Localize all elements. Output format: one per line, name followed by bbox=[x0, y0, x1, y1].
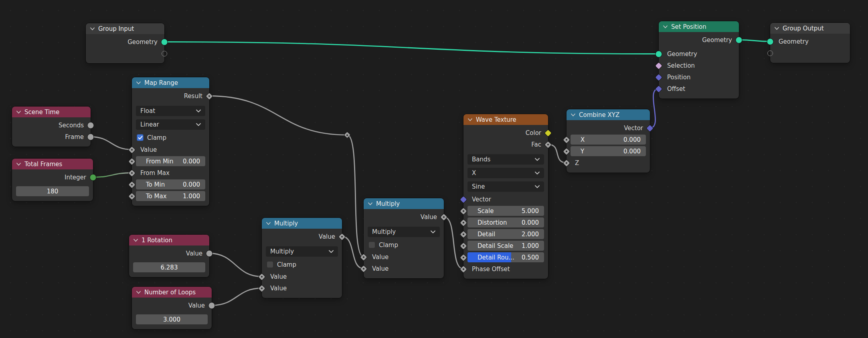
detail_scale-number-field[interactable]: Detail Scale1.000 bbox=[467, 241, 544, 251]
virtual-socket[interactable] bbox=[162, 51, 167, 56]
node-map_range[interactable]: Map RangeResultFloatLinearClampValueFrom… bbox=[132, 77, 209, 206]
selection-input-row: Selection bbox=[659, 60, 739, 71]
value2-input-row: Value bbox=[364, 263, 444, 274]
socket-multiply_a-value-output[interactable] bbox=[339, 233, 345, 239]
socket-multiply_a-value1-input[interactable] bbox=[259, 273, 265, 280]
from_min-field-row: From Min0.000 bbox=[132, 155, 209, 167]
node-rotation[interactable]: 1 RotationValue6.283 bbox=[129, 235, 209, 277]
socket-wave_texture-fac-output[interactable] bbox=[545, 141, 551, 147]
detail-number-field[interactable]: Detail2.000 bbox=[467, 229, 544, 239]
detail_roughness-number-field[interactable]: Detail Rou...0.500 bbox=[467, 252, 544, 262]
socket-map_range-from_max-input[interactable] bbox=[129, 169, 135, 176]
scale-number-field[interactable]: Scale5.000 bbox=[467, 206, 544, 216]
node-header[interactable]: Map Range bbox=[132, 77, 209, 88]
node-header[interactable]: Group Input bbox=[86, 23, 164, 34]
node-scene_time[interactable]: Scene TimeSecondsFrame bbox=[12, 107, 91, 147]
node-header[interactable]: Scene Time bbox=[12, 107, 91, 117]
node-multiply_b[interactable]: MultiplyValueMultiplyClampValueValue bbox=[364, 198, 444, 278]
socket-wave_texture-scale-input[interactable] bbox=[460, 207, 467, 214]
node-body: Geometry bbox=[86, 34, 164, 63]
node-combine_xyz[interactable]: Combine XYZVectorX0.000Y0.000Z bbox=[567, 109, 650, 173]
socket-loops-value-output[interactable] bbox=[209, 302, 215, 308]
socket-rotation-value-output[interactable] bbox=[206, 250, 212, 256]
wave_profile-dropdown[interactable]: Sine bbox=[467, 181, 544, 192]
node-editor-canvas[interactable]: Group InputGeometryScene TimeSecondsFram… bbox=[0, 0, 868, 338]
socket-set_position-offset-input[interactable] bbox=[656, 85, 662, 92]
operation-dropdown[interactable]: Multiply bbox=[266, 246, 338, 257]
value1-input-row: Value bbox=[262, 271, 342, 282]
to_min-number-field[interactable]: To Min0.000 bbox=[136, 179, 205, 189]
node-header[interactable]: 1 Rotation bbox=[129, 235, 209, 245]
socket-wave_texture-detail-input[interactable] bbox=[460, 231, 467, 237]
socket-wave_texture-phase_offset-input[interactable] bbox=[460, 266, 467, 272]
y-number-field[interactable]: Y0.000 bbox=[571, 146, 646, 156]
node-header[interactable]: Group Output bbox=[770, 23, 850, 34]
node-header[interactable]: Set Position bbox=[659, 21, 739, 32]
num-number-field[interactable]: 3.000 bbox=[136, 314, 208, 324]
clamp-checkbox[interactable] bbox=[137, 134, 144, 141]
operation-dropdown[interactable]: Multiply bbox=[368, 227, 440, 237]
color-output-row: Color bbox=[463, 127, 548, 139]
socket-set_position-position-input[interactable] bbox=[656, 74, 662, 80]
socket-label: Value bbox=[270, 273, 287, 280]
socket-map_range-to_max-input[interactable] bbox=[129, 193, 135, 199]
x-number-field[interactable]: X0.000 bbox=[571, 135, 646, 145]
data_type-dropdown[interactable]: Float bbox=[136, 106, 205, 116]
socket-multiply_b-value-output[interactable] bbox=[441, 213, 447, 220]
field-value: 0.000 bbox=[623, 136, 641, 143]
socket-wave_texture-vector-input[interactable] bbox=[460, 196, 467, 202]
socket-combine_xyz-x-input[interactable] bbox=[563, 136, 570, 143]
node-header[interactable]: Total Frames bbox=[12, 159, 93, 169]
node-header[interactable]: Combine XYZ bbox=[567, 109, 650, 120]
socket-map_range-value-input[interactable] bbox=[129, 146, 135, 153]
node-header[interactable]: Multiply bbox=[262, 218, 342, 229]
socket-wave_texture-color-output[interactable] bbox=[545, 129, 551, 136]
to_min-field-row: To Min0.000 bbox=[132, 179, 209, 190]
socket-combine_xyz-y-input[interactable] bbox=[563, 148, 570, 154]
node-total_frames[interactable]: Total FramesInteger180 bbox=[12, 159, 93, 201]
num-number-field[interactable]: 6.283 bbox=[133, 262, 205, 272]
value-number-field[interactable]: 180 bbox=[16, 186, 89, 196]
socket-group_output-geometry-input[interactable] bbox=[767, 38, 773, 44]
socket-set_position-geometry_in-input[interactable] bbox=[656, 51, 662, 57]
bands_direction-dropdown[interactable]: X bbox=[467, 168, 544, 178]
socket-map_range-from_min-input[interactable] bbox=[129, 158, 135, 164]
socket-map_range-result-output[interactable] bbox=[206, 93, 212, 99]
node-header[interactable]: Multiply bbox=[364, 198, 444, 209]
socket-wave_texture-distortion-input[interactable] bbox=[460, 219, 467, 225]
wave_type-dropdown[interactable]: Bands bbox=[467, 154, 544, 165]
socket-multiply_b-value2-input[interactable] bbox=[360, 265, 367, 272]
socket-combine_xyz-z-input[interactable] bbox=[563, 159, 570, 166]
socket-total_frames-integer-output[interactable] bbox=[90, 174, 96, 180]
socket-set_position-geometry_out-output[interactable] bbox=[736, 37, 742, 43]
node-title: Total Frames bbox=[24, 161, 62, 168]
node-loops[interactable]: Number of LoopsValue3.000 bbox=[132, 287, 212, 329]
socket-map_range-to_min-input[interactable] bbox=[129, 181, 135, 187]
socket-set_position-selection-input[interactable] bbox=[656, 62, 662, 68]
from_min-number-field[interactable]: From Min0.000 bbox=[136, 156, 205, 166]
socket-multiply_b-value1-input[interactable] bbox=[360, 254, 367, 260]
socket-multiply_a-value2-input[interactable] bbox=[259, 285, 265, 291]
interpolation-dropdown[interactable]: Linear bbox=[136, 119, 205, 130]
node-multiply_a[interactable]: MultiplyValueMultiplyClampValueValue bbox=[262, 218, 342, 298]
node-group_input[interactable]: Group InputGeometry bbox=[86, 23, 164, 63]
socket-combine_xyz-vector-output[interactable] bbox=[647, 125, 653, 131]
node-group_output[interactable]: Group OutputGeometry bbox=[770, 23, 850, 63]
clamp-checkbox[interactable] bbox=[267, 261, 273, 268]
node-body: Value6.283 bbox=[129, 245, 209, 277]
node-header[interactable]: Number of Loops bbox=[132, 287, 212, 298]
clamp-checkbox[interactable] bbox=[368, 241, 375, 248]
node-header[interactable]: Wave Texture bbox=[463, 114, 548, 125]
node-link bbox=[209, 96, 347, 135]
socket-scene_time-seconds-output[interactable] bbox=[88, 122, 94, 128]
socket-scene_time-frame-output[interactable] bbox=[88, 134, 94, 140]
to_max-number-field[interactable]: To Max1.000 bbox=[136, 191, 205, 201]
node-wave_texture[interactable]: Wave TextureColorFacBandsXSineVectorScal… bbox=[463, 114, 548, 279]
socket-group_input-geometry-output[interactable] bbox=[162, 39, 168, 45]
socket-wave_texture-detail_scale-input[interactable] bbox=[460, 242, 467, 249]
distortion-number-field[interactable]: Distortion0.000 bbox=[467, 217, 544, 227]
node-set_position[interactable]: Set PositionGeometryGeometrySelectionPos… bbox=[659, 21, 739, 99]
reroute-node[interactable] bbox=[344, 132, 350, 138]
virtual-socket[interactable] bbox=[767, 50, 773, 56]
socket-wave_texture-detail_roughness-input[interactable] bbox=[460, 254, 467, 260]
